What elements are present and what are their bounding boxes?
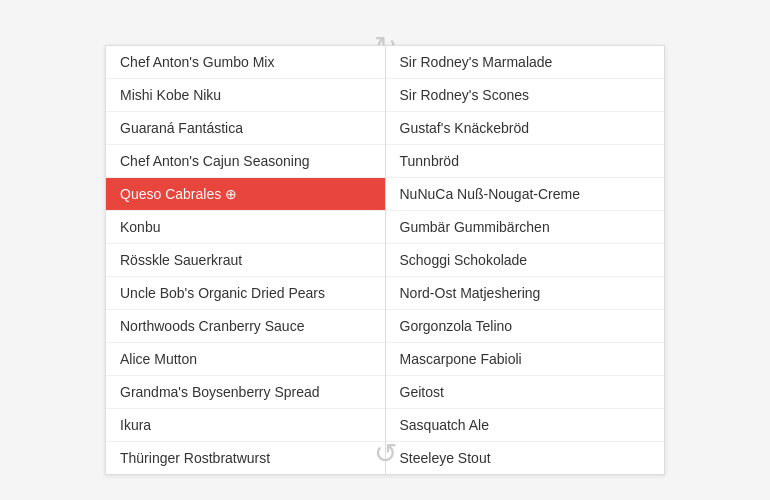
list-item[interactable]: Nord-Ost Matjeshering <box>386 277 665 310</box>
list-item[interactable]: Schoggi Schokolade <box>386 244 665 277</box>
list-item[interactable]: Uncle Bob's Organic Dried Pears <box>106 277 385 310</box>
list-item[interactable]: Mishi Kobe Niku <box>106 79 385 112</box>
list-item[interactable]: Ikura <box>106 409 385 442</box>
list-item[interactable]: Sir Rodney's Marmalade <box>386 46 665 79</box>
drag-cursor-icon: ⊕ <box>225 186 237 202</box>
list-item[interactable]: Grandma's Boysenberry Spread <box>106 376 385 409</box>
page-container: ↻ Chef Anton's Gumbo MixMishi Kobe NikuG… <box>0 0 770 500</box>
list-item[interactable]: Chef Anton's Cajun Seasoning <box>106 145 385 178</box>
left-list-panel: Chef Anton's Gumbo MixMishi Kobe NikuGua… <box>106 46 386 474</box>
list-item[interactable]: Gumbär Gummibärchen <box>386 211 665 244</box>
list-item[interactable]: Northwoods Cranberry Sauce <box>106 310 385 343</box>
list-item[interactable]: Sir Rodney's Scones <box>386 79 665 112</box>
list-item[interactable]: Queso Cabrales ⊕ <box>106 178 385 211</box>
right-list-panel: Sir Rodney's MarmaladeSir Rodney's Scone… <box>386 46 665 474</box>
list-item[interactable]: Rösskle Sauerkraut <box>106 244 385 277</box>
list-item[interactable]: Alice Mutton <box>106 343 385 376</box>
list-item[interactable]: Guaraná Fantástica <box>106 112 385 145</box>
list-item[interactable]: Steeleye Stout <box>386 442 665 474</box>
list-item[interactable]: Chef Anton's Gumbo Mix <box>106 46 385 79</box>
list-item[interactable]: Tunnbröd <box>386 145 665 178</box>
list-item[interactable]: Mascarpone Fabioli <box>386 343 665 376</box>
list-item[interactable]: Sasquatch Ale <box>386 409 665 442</box>
list-item[interactable]: Gorgonzola Telino <box>386 310 665 343</box>
list-item[interactable]: Geitost <box>386 376 665 409</box>
arrow-bottom-icon[interactable]: ↺ <box>374 437 397 470</box>
list-item[interactable]: Gustaf's Knäckebröd <box>386 112 665 145</box>
list-item[interactable]: Thüringer Rostbratwurst <box>106 442 385 474</box>
lists-container: Chef Anton's Gumbo MixMishi Kobe NikuGua… <box>105 45 665 475</box>
list-item[interactable]: Konbu <box>106 211 385 244</box>
list-item[interactable]: NuNuCa Nuß-Nougat-Creme <box>386 178 665 211</box>
